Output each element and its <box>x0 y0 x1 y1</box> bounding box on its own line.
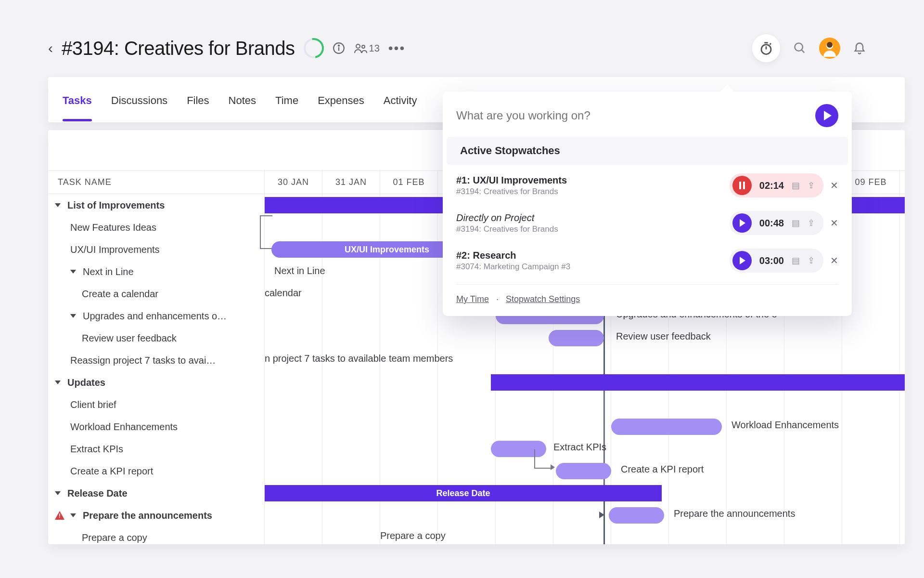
task-row[interactable]: Prepare the announcements <box>48 504 264 526</box>
stopwatch-title[interactable]: #2: Research <box>456 250 723 261</box>
stopwatch-time: 03:00 <box>759 255 784 266</box>
tab-tasks[interactable]: Tasks <box>63 79 92 120</box>
upload-icon[interactable]: ⇪ <box>808 218 815 228</box>
task-row[interactable]: Updates <box>48 371 264 394</box>
progress-ring-icon[interactable] <box>304 38 324 58</box>
note-icon[interactable]: ▤ <box>792 180 800 191</box>
task-row[interactable]: UX/UI Improvements <box>48 238 264 261</box>
gantt-bar[interactable] <box>611 419 722 435</box>
stopwatch-settings-link[interactable]: Stopwatch Settings <box>506 294 580 304</box>
info-icon[interactable] <box>333 42 345 54</box>
task-row[interactable]: Create a calendar <box>48 283 264 305</box>
gantt-bar[interactable] <box>491 374 905 391</box>
task-row[interactable]: Next in Line <box>48 261 264 283</box>
stopwatch-pill: 03:00 ▤ ⇪ <box>730 249 823 273</box>
stopwatch-time: 00:48 <box>759 218 784 229</box>
bar-label-out: Prepare a copy <box>380 530 446 541</box>
bar-label-out: Prepare the announcements <box>674 508 795 519</box>
svg-point-4 <box>362 45 365 48</box>
upload-icon[interactable]: ⇪ <box>808 180 815 191</box>
note-icon[interactable]: ▤ <box>792 218 800 228</box>
bar-label-out: Create a KPI report <box>621 464 704 475</box>
svg-line-8 <box>770 43 771 45</box>
tab-activity[interactable]: Activity <box>384 79 417 120</box>
bar-label-out: Extract KPIs <box>553 442 606 453</box>
tab-files[interactable]: Files <box>187 79 209 120</box>
my-time-link[interactable]: My Time <box>456 294 489 304</box>
stopwatch-subtitle: #3074: Marketing Campaign #3 <box>456 262 723 272</box>
stopwatch-footer: My Time · Stopwatch Settings <box>456 284 838 316</box>
task-row[interactable]: Client brief <box>48 394 264 416</box>
gantt-bar[interactable] <box>556 463 611 479</box>
play-button[interactable] <box>732 251 752 270</box>
active-stopwatches-header: Active Stopwatches <box>447 137 848 165</box>
task-label: New Features Ideas <box>70 222 156 233</box>
stopwatch-button[interactable] <box>752 34 781 63</box>
task-row[interactable]: New Features Ideas <box>48 216 264 238</box>
svg-point-12 <box>827 42 833 48</box>
bar-label-out: calendar <box>265 288 302 299</box>
stopwatch-time: 02:14 <box>759 180 784 191</box>
gantt-bar[interactable] <box>491 441 546 457</box>
task-label: Updates <box>67 377 105 388</box>
close-icon[interactable]: ✕ <box>830 180 838 191</box>
back-chevron-icon[interactable]: ‹ <box>48 40 53 56</box>
task-row[interactable]: Upgrades and enhancements o… <box>48 305 264 327</box>
people-count: 13 <box>369 43 380 54</box>
stopwatch-title[interactable]: Directly on Project <box>456 212 723 223</box>
task-row[interactable]: Reassign project 7 tasks to avai… <box>48 349 264 371</box>
task-row[interactable]: Create a KPI report <box>48 460 264 482</box>
close-icon[interactable]: ✕ <box>830 255 838 266</box>
stopwatch-subtitle: #3194: Creatives for Brands <box>456 187 723 197</box>
task-row[interactable]: Prepare a copy <box>48 526 264 544</box>
bar-label: Release Date <box>436 488 490 499</box>
tab-notes[interactable]: Notes <box>229 79 256 120</box>
stopwatch-pill: 00:48 ▤ ⇪ <box>730 211 823 235</box>
bar-label-out: n project 7 tasks to available team memb… <box>265 353 453 364</box>
task-label: Prepare the announcements <box>83 510 212 521</box>
task-row[interactable]: List of Improvements <box>48 194 264 216</box>
task-label: Release Date <box>67 488 128 499</box>
people-icon[interactable]: 13 <box>354 42 380 54</box>
tab-discussions[interactable]: Discussions <box>111 79 167 120</box>
start-stopwatch-button[interactable] <box>815 104 838 127</box>
task-label: UX/UI Improvements <box>70 244 160 255</box>
task-row[interactable]: Release Date <box>48 482 264 504</box>
svg-point-9 <box>795 43 803 51</box>
upload-icon[interactable]: ⇪ <box>808 255 815 266</box>
gantt-bar[interactable] <box>549 330 604 346</box>
user-avatar[interactable] <box>819 38 840 59</box>
stopwatch-row: #2: Research #3074: Marketing Campaign #… <box>443 242 852 279</box>
task-row[interactable]: Extract KPIs <box>48 438 264 460</box>
gantt-bar[interactable] <box>609 507 664 524</box>
play-button[interactable] <box>732 213 752 233</box>
stopwatch-row: #1: UX/UI Improvements #3194: Creatives … <box>443 167 852 204</box>
tab-time[interactable]: Time <box>275 79 298 120</box>
svg-point-2 <box>338 45 339 46</box>
pause-button[interactable] <box>732 176 752 195</box>
task-label: List of Improvements <box>67 200 165 211</box>
gantt-bar[interactable]: Release Date <box>265 485 662 501</box>
bell-icon[interactable] <box>853 41 866 55</box>
stopwatch-input[interactable] <box>456 109 808 122</box>
search-icon[interactable] <box>793 41 807 55</box>
task-row[interactable]: Workload Enhancements <box>48 416 264 438</box>
task-label: Create a KPI report <box>70 466 153 477</box>
date-col: 31 JAN <box>322 171 380 194</box>
stopwatch-popover: Active Stopwatches #1: UX/UI Improvement… <box>443 92 852 316</box>
note-icon[interactable]: ▤ <box>792 255 800 266</box>
tab-expenses[interactable]: Expenses <box>318 79 364 120</box>
task-label: Next in Line <box>83 266 134 277</box>
bar-label-out: Next in Line <box>274 265 325 276</box>
warning-icon <box>55 511 64 520</box>
task-label: Upgrades and enhancements o… <box>83 311 227 322</box>
task-row[interactable]: Review user feedback <box>48 327 264 349</box>
page-header: ‹ #3194: Creatives for Brands 13 ••• <box>48 34 924 63</box>
bar-label-out: Workload Enhancements <box>732 420 839 431</box>
more-icon[interactable]: ••• <box>388 40 405 56</box>
bar-label-out: Review user feedback <box>616 331 711 342</box>
task-label: Workload Enhancements <box>70 421 178 433</box>
close-icon[interactable]: ✕ <box>830 217 838 229</box>
svg-line-10 <box>802 50 805 53</box>
stopwatch-title[interactable]: #1: UX/UI Improvements <box>456 175 723 186</box>
